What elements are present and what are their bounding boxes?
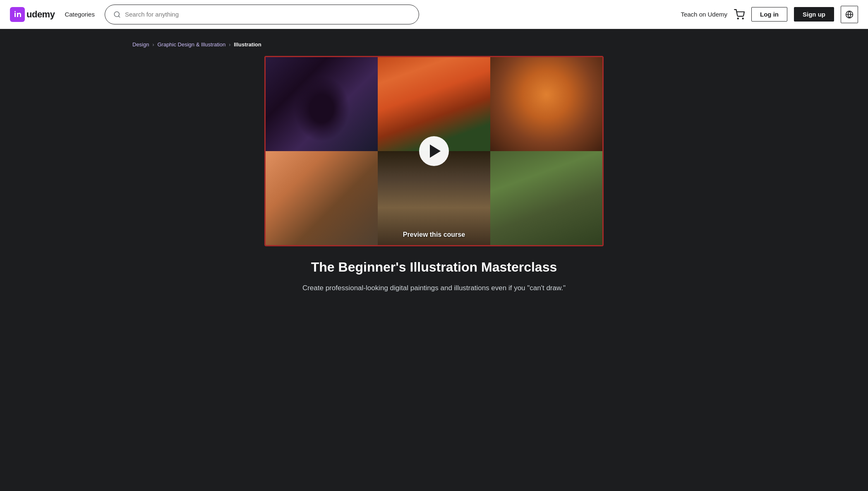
cart-icon bbox=[734, 9, 745, 20]
search-bar bbox=[105, 5, 419, 24]
breadcrumb: Design › Graphic Design & Illustration ›… bbox=[0, 41, 868, 56]
logo-icon bbox=[10, 7, 25, 22]
video-cell-crow bbox=[266, 57, 378, 151]
svg-line-1 bbox=[118, 16, 120, 17]
signup-button[interactable]: Sign up bbox=[794, 7, 834, 22]
video-cell-path bbox=[490, 151, 602, 245]
breadcrumb-sep-2: › bbox=[229, 42, 230, 48]
main-header: udemy Categories Teach on Udemy Log in S… bbox=[0, 0, 868, 29]
video-preview[interactable]: Preview this course bbox=[264, 56, 604, 246]
breadcrumb-graphic-design[interactable]: Graphic Design & Illustration bbox=[157, 41, 225, 48]
logo-text: udemy bbox=[26, 9, 55, 20]
header-right: Teach on Udemy Log in Sign up bbox=[681, 6, 858, 23]
video-cell-silhouette bbox=[490, 57, 602, 151]
logo[interactable]: udemy bbox=[10, 7, 55, 22]
search-input[interactable] bbox=[125, 11, 410, 18]
course-section: Preview this course The Beginner's Illus… bbox=[0, 56, 868, 293]
video-cell-figures bbox=[266, 151, 378, 245]
course-info: The Beginner's Illustration Masterclass … bbox=[302, 246, 566, 293]
course-title: The Beginner's Illustration Masterclass bbox=[302, 259, 566, 276]
breadcrumb-design[interactable]: Design bbox=[132, 41, 149, 48]
main-content: Design › Graphic Design & Illustration ›… bbox=[0, 29, 868, 293]
course-subtitle: Create professional-looking digital pain… bbox=[302, 283, 566, 294]
play-button[interactable] bbox=[419, 136, 449, 166]
teach-on-udemy-link[interactable]: Teach on Udemy bbox=[681, 11, 727, 18]
search-icon bbox=[113, 11, 121, 18]
breadcrumb-current: Illustration bbox=[234, 41, 261, 48]
login-button[interactable]: Log in bbox=[751, 7, 787, 22]
breadcrumb-sep-1: › bbox=[152, 42, 154, 48]
play-triangle-icon bbox=[430, 144, 441, 158]
globe-icon bbox=[845, 10, 854, 19]
svg-point-2 bbox=[738, 18, 739, 19]
language-button[interactable] bbox=[841, 6, 858, 23]
svg-point-3 bbox=[743, 18, 743, 19]
cart-button[interactable] bbox=[734, 9, 745, 20]
categories-button[interactable]: Categories bbox=[61, 9, 98, 19]
preview-label: Preview this course bbox=[403, 231, 465, 238]
